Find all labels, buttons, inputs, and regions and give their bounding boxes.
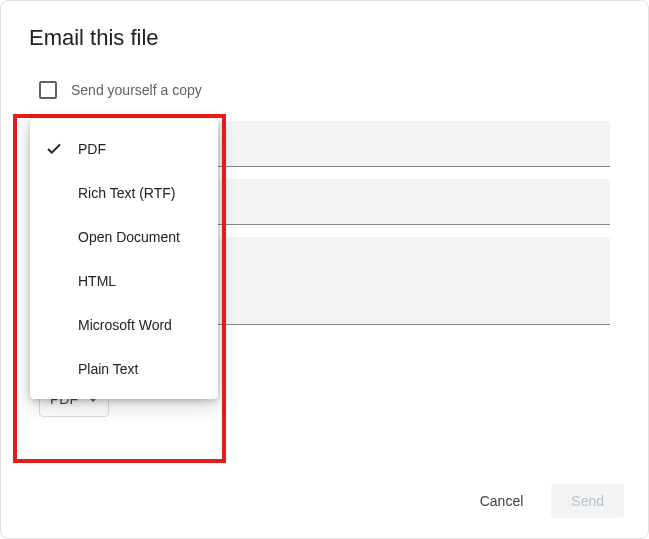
format-menu-item[interactable]: PDF	[30, 127, 218, 171]
format-menu-item-label: Open Document	[78, 229, 218, 245]
format-menu-item[interactable]: Microsoft Word	[30, 303, 218, 347]
format-menu-item[interactable]: HTML	[30, 259, 218, 303]
check-icon	[30, 140, 78, 158]
send-button[interactable]: Send	[551, 484, 624, 518]
format-menu-item[interactable]: Rich Text (RTF)	[30, 171, 218, 215]
format-menu-item[interactable]: Plain Text	[30, 347, 218, 391]
format-menu: PDFRich Text (RTF)Open DocumentHTMLMicro…	[30, 119, 218, 399]
send-copy-checkbox[interactable]	[39, 81, 57, 99]
format-menu-item-label: Plain Text	[78, 361, 218, 377]
send-copy-label: Send yourself a copy	[71, 82, 202, 98]
format-menu-item-label: Rich Text (RTF)	[78, 185, 218, 201]
cancel-button[interactable]: Cancel	[460, 484, 544, 518]
send-copy-row[interactable]: Send yourself a copy	[29, 63, 620, 109]
dialog-actions: Cancel Send	[460, 484, 624, 518]
format-menu-item-label: Microsoft Word	[78, 317, 218, 333]
dialog-title: Email this file	[1, 1, 648, 63]
format-menu-item[interactable]: Open Document	[30, 215, 218, 259]
format-menu-item-label: PDF	[78, 141, 218, 157]
format-menu-item-label: HTML	[78, 273, 218, 289]
